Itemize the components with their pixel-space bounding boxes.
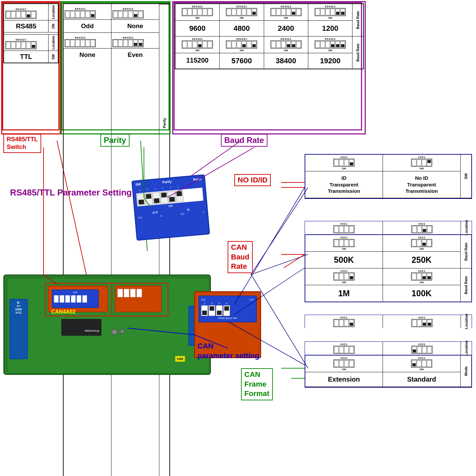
- can-loc2-label: Location: [461, 315, 472, 328]
- svg-line-13: [251, 254, 308, 274]
- can-ext-dip: 4321 ON: [333, 356, 354, 371]
- can-standard-label: Standard: [383, 372, 460, 387]
- can-baud2-location-row: 4321 4321 Location: [305, 315, 472, 328]
- baud-57600-label: 57600: [220, 53, 263, 69]
- baud-1200-label: 1200: [308, 21, 352, 36]
- baud-38400-dip: 654321 ON: [270, 37, 302, 52]
- baud-1200-dip: 654321 ON: [315, 5, 346, 19]
- rs485-dip-detail: SWParityBaud 6 5 4 3 2 1: [132, 174, 210, 241]
- parity-dip-even-bottom: 654321: [112, 36, 144, 47]
- can-extension-label: Extension: [305, 372, 383, 387]
- parity-none-1-label: None: [64, 49, 111, 61]
- location-label-1: Location: [49, 4, 58, 20]
- can-100k-label: 100K: [383, 285, 460, 302]
- can-frame-loc-dip-2: 4321: [411, 343, 432, 354]
- can-baud-location-row: 4321 4321 Location: [305, 221, 472, 234]
- baud-19200-dip: 654321 ON: [315, 37, 346, 52]
- can-1m-dip: 4321 ON: [333, 269, 354, 284]
- ttl-dip-top: 654321: [5, 38, 36, 49]
- parity-main-label: Parity: [100, 134, 130, 147]
- rs485-switch-section: 654321 Location RS485 ON 654: [3, 3, 59, 63]
- rs485-dip-top: 654321: [5, 8, 36, 19]
- rs485-switch-label: RS485/TTLSwitch: [3, 134, 41, 153]
- can-250k-dip: 4321 ON: [411, 236, 432, 250]
- parity-odd-label: Odd: [64, 20, 111, 33]
- baud-rate-label: Baud Rate: [352, 4, 363, 36]
- can-loc-label: Location: [461, 221, 472, 234]
- baud-4800-label: 4800: [220, 21, 263, 36]
- can-frame-label: CANFrameFormat: [241, 368, 273, 400]
- can-loc-dip-2: 4321: [411, 222, 432, 233]
- svg-line-12: [251, 187, 308, 274]
- can-loc2-dip-2: 4321: [411, 316, 432, 327]
- ttl-value: TTL: [4, 51, 49, 63]
- can-std-dip: 4321 ON: [411, 356, 432, 371]
- can-frame-loc-label: Location: [461, 342, 472, 355]
- can-1m-label: 1M: [305, 285, 383, 302]
- baud-rate-section: 654321 ON 9600 654321: [175, 3, 364, 69]
- can-baud-rate-label-2: Baud Rate: [461, 268, 471, 302]
- parity-section: 654321 Odd 654321: [63, 3, 170, 476]
- can-500k-label: 500K: [305, 252, 383, 268]
- id-dip-1: 4321 ON: [333, 156, 354, 170]
- baud-38400-label: 38400: [264, 53, 308, 69]
- id-transparent-label: IDTransparentTransmission: [305, 171, 383, 198]
- can-baud-rate-label: Baud Rate: [461, 235, 471, 268]
- baud-rate-label-2: Baud Rate: [352, 36, 363, 69]
- no-id-label: NO ID/ID: [234, 174, 271, 186]
- can-baud-section: 4321 ON 500K 4321: [305, 234, 472, 302]
- baud-rate-main-label: Baud Rate: [221, 134, 267, 147]
- sw-label-can: SW: [461, 155, 471, 198]
- baud-2400-label: 2400: [264, 21, 308, 36]
- rs485-param-label: RS485/TTL Parameter Setting: [10, 187, 132, 198]
- baud-4800-dip: 654321 ON: [226, 5, 257, 19]
- no-id-transparent-label: No IDTransparentTransmission: [383, 171, 460, 198]
- baud-115200-label: 115200: [175, 53, 219, 68]
- on-label-1: ON: [49, 20, 58, 32]
- mode-label: Mode: [461, 355, 471, 387]
- baud-19200-label: 19200: [308, 53, 352, 69]
- can-frame-loc-dip-1: 4321: [333, 343, 354, 354]
- baud-9600-dip: 654321 ON: [182, 5, 213, 19]
- baud-57600-dip: 654321 ON: [226, 37, 257, 52]
- can-frame-section: 4321 ON Extension 4321: [305, 355, 472, 388]
- can-100k-dip: 4321 ON: [411, 269, 432, 284]
- can-frame-location-row: 4321 4321 Location: [305, 341, 472, 355]
- rs485-value: RS485: [4, 20, 49, 32]
- parity-dip-odd-top: 654321: [65, 7, 96, 18]
- can-loc-dip-1: 4321: [333, 222, 354, 233]
- parity-even-label: Even: [111, 49, 159, 61]
- svg-line-24: [284, 254, 305, 268]
- can-id-section: 4321 ON IDTransparentTransmission 4321: [305, 154, 472, 199]
- parity-dip-none-top: 654321: [112, 7, 144, 18]
- parity-none-2-label: None: [111, 20, 159, 33]
- on-label-2: SW: [49, 51, 58, 63]
- baud-2400-dip: 654321 ON: [270, 5, 302, 19]
- no-id-dip-1: 4321 ON: [411, 156, 432, 170]
- parity-dip-odd-bottom: 654321: [65, 36, 96, 47]
- can-500k-dip: 4321 ON: [333, 236, 354, 250]
- baud-9600-label: 9600: [175, 21, 219, 36]
- can-250k-label: 250K: [383, 252, 460, 268]
- pcb-board: B- A+ GND VCC DIP: [3, 274, 211, 375]
- baud-115200-dip: 654321 ON: [182, 37, 213, 52]
- can-baud-rate-label-main: CANBaudRate: [228, 241, 253, 273]
- location-label-2: Location: [49, 34, 58, 51]
- can-loc2-dip-1: 4321: [333, 316, 354, 327]
- can-param-label: CANparameter setting: [197, 341, 259, 361]
